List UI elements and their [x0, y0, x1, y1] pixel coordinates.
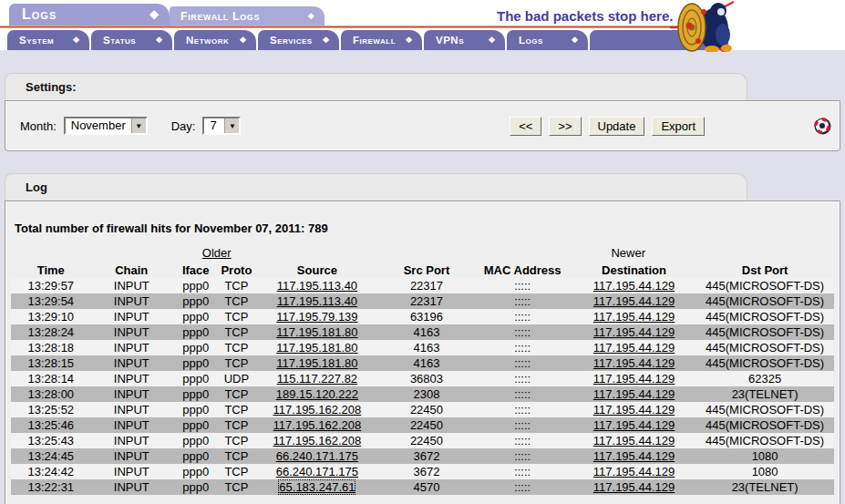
table-row: 13:28:18INPUTppp0TCP117.195.181.804163::… — [11, 340, 834, 355]
source-link[interactable]: 117.195.113.40 — [277, 294, 357, 308]
nav-tab-services[interactable]: Services ❖ — [258, 30, 339, 50]
month-select[interactable]: November ▼ — [64, 117, 148, 135]
cell-proto: TCP — [219, 417, 253, 433]
source-link[interactable]: 117.195.181.80 — [276, 356, 357, 370]
cell-iface: ppp0 — [172, 371, 219, 386]
column-header: MAC Address — [473, 262, 572, 278]
newer-label: Newer — [611, 246, 645, 260]
cell-source: 115.117.227.82 — [253, 371, 380, 386]
destination-link[interactable]: 117.195.44.129 — [593, 372, 675, 386]
log-section-header: Log — [5, 173, 747, 201]
cell-chain: INPUT — [91, 324, 172, 340]
help-icon[interactable] — [814, 118, 831, 135]
cell-source: 117.195.113.40 — [253, 278, 380, 293]
cell-proto: TCP — [219, 278, 253, 293]
destination-link[interactable]: 117.195.44.129 — [593, 449, 675, 463]
source-link[interactable]: 117.195.162.208 — [273, 403, 362, 417]
pagination-row: Older Newer — [11, 246, 834, 262]
table-row: 13:29:10INPUTppp0TCP117.195.79.13963196:… — [11, 309, 834, 324]
destination-link[interactable]: 117.195.44.129 — [593, 480, 675, 494]
nav-tab-logs[interactable]: Logs ❖ — [507, 30, 588, 50]
nav-label: Firewall — [353, 35, 396, 46]
destination-link[interactable]: 117.195.44.129 — [593, 341, 675, 355]
destination-link[interactable]: 117.195.44.129 — [593, 310, 675, 324]
source-link[interactable]: 117.195.181.80 — [276, 341, 357, 355]
source-link[interactable]: 66.240.171.175 — [276, 465, 358, 478]
cell-time: 13:29:57 — [11, 278, 91, 293]
export-button[interactable]: Export — [652, 117, 705, 136]
chevron-down-icon[interactable]: ▼ — [224, 118, 239, 133]
nav-tab-system[interactable]: System ❖ — [7, 30, 89, 50]
cell-chain: INPUT — [91, 433, 172, 448]
source-link[interactable]: 189.15.120.222 — [276, 387, 358, 401]
nav-label: Network — [186, 35, 229, 46]
cell-src_port: 3672 — [380, 448, 472, 464]
cell-destination: 117.195.44.129 — [572, 355, 696, 371]
source-link[interactable]: 115.117.227.82 — [277, 372, 357, 386]
cell-source: 66.240.171.175 — [253, 448, 380, 464]
previous-day-button[interactable]: << — [510, 117, 541, 136]
cell-destination: 117.195.44.129 — [572, 293, 696, 309]
cell-mac: ::::: — [473, 340, 572, 355]
cell-src_port: 22450 — [380, 417, 472, 433]
cell-iface: ppp0 — [172, 479, 219, 495]
source-link[interactable]: 117.195.162.208 — [273, 434, 362, 447]
source-link[interactable]: 117.195.113.40 — [277, 279, 357, 293]
cell-time: 13:22:31 — [11, 479, 91, 495]
column-header: Source — [253, 262, 380, 278]
cell-chain: INPUT — [91, 371, 172, 386]
source-link[interactable]: 117.195.162.208 — [273, 418, 362, 432]
older-link[interactable]: Older — [202, 246, 232, 260]
cell-mac: ::::: — [473, 433, 572, 448]
cell-iface: ppp0 — [172, 340, 219, 355]
source-link[interactable]: 65.183.247.61 — [279, 480, 355, 494]
destination-link[interactable]: 117.195.44.129 — [593, 294, 675, 308]
cell-destination: 117.195.44.129 — [572, 479, 696, 495]
nav-tab-network[interactable]: Network ❖ — [174, 30, 256, 50]
table-row: 13:25:52INPUTppp0TCP117.195.162.20822450… — [11, 402, 834, 417]
cell-source: 117.195.162.208 — [253, 402, 380, 417]
column-header: Time — [11, 262, 91, 278]
cell-time: 13:25:43 — [11, 433, 91, 448]
cell-time: 13:25:46 — [11, 417, 91, 433]
cell-mac: ::::: — [473, 417, 572, 433]
nav-tab-status[interactable]: Status ❖ — [91, 30, 172, 50]
source-link[interactable]: 117.195.79.139 — [276, 310, 357, 324]
destination-link[interactable]: 117.195.44.129 — [593, 325, 675, 339]
cell-dst_port: 445(MICROSOFT-DS) — [696, 293, 834, 309]
cell-destination: 117.195.44.129 — [572, 402, 696, 417]
diamond-icon: ❖ — [405, 36, 413, 45]
source-link[interactable]: 117.195.181.80 — [276, 325, 357, 339]
chevron-down-icon[interactable]: ▼ — [131, 118, 146, 133]
destination-link[interactable]: 117.195.44.129 — [593, 465, 675, 478]
table-row: 13:28:24INPUTppp0TCP117.195.181.804163::… — [11, 324, 834, 340]
nav-tab-firewall[interactable]: Firewall ❖ — [341, 30, 422, 50]
cell-iface: ppp0 — [172, 464, 219, 479]
destination-link[interactable]: 117.195.44.129 — [593, 356, 675, 370]
destination-link[interactable]: 117.195.44.129 — [593, 403, 675, 417]
source-link[interactable]: 66.240.171.175 — [276, 449, 358, 463]
cell-time: 13:25:52 — [11, 402, 91, 417]
cell-source: 117.195.79.139 — [253, 309, 380, 324]
cell-proto: TCP — [219, 340, 253, 355]
destination-link[interactable]: 117.195.44.129 — [593, 279, 675, 293]
day-select[interactable]: 7 ▼ — [202, 117, 241, 135]
update-button[interactable]: Update — [589, 117, 645, 136]
cell-proto: TCP — [219, 464, 253, 479]
column-header: Chain — [91, 262, 172, 278]
log-table-body: 13:29:57INPUTppp0TCP117.195.113.4022317:… — [11, 278, 834, 495]
destination-link[interactable]: 117.195.44.129 — [593, 418, 675, 432]
destination-link[interactable]: 117.195.44.129 — [593, 387, 675, 401]
cell-src_port: 4570 — [380, 479, 472, 495]
cell-proto: TCP — [219, 293, 253, 309]
cell-chain: INPUT — [91, 278, 172, 293]
cell-source: 117.195.162.208 — [253, 433, 380, 448]
diamond-icon: ❖ — [149, 8, 160, 22]
destination-link[interactable]: 117.195.44.129 — [593, 434, 675, 447]
cell-source: 117.195.181.80 — [253, 340, 380, 355]
cell-source: 117.195.162.208 — [253, 417, 380, 433]
nav-tab-vpns[interactable]: VPNs ❖ — [424, 30, 505, 50]
cell-proto: TCP — [219, 355, 253, 371]
next-day-button[interactable]: >> — [549, 117, 581, 136]
cell-iface: ppp0 — [172, 324, 219, 340]
